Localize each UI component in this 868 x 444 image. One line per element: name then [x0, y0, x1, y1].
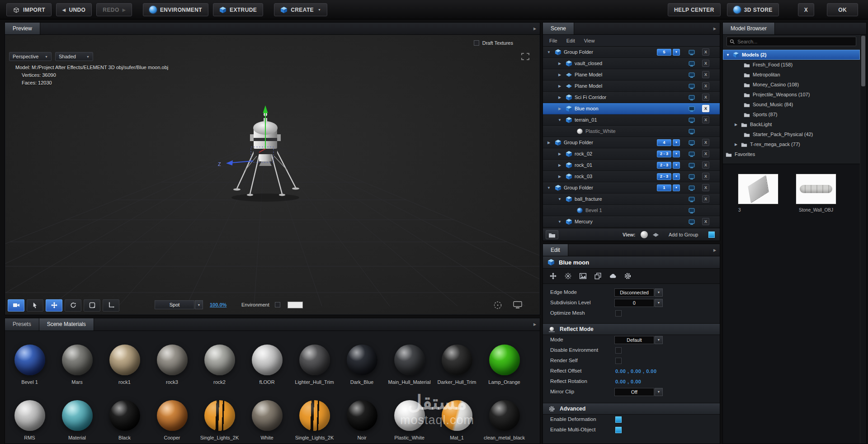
- expand-arrow-icon[interactable]: ▶: [557, 152, 562, 156]
- edge-mode-dropdown[interactable]: Disconnected: [614, 288, 654, 297]
- count-badge[interactable]: 4: [657, 139, 671, 146]
- tab-presets[interactable]: Presets: [5, 318, 39, 331]
- shading-mode-dropdown[interactable]: Shaded ▼: [55, 52, 93, 61]
- model-thumbnail[interactable]: [796, 174, 836, 204]
- browser-row[interactable]: Metropolitan: [723, 70, 860, 80]
- material-tile[interactable]: Bevel 1: [6, 345, 53, 385]
- view-sphere-icon[interactable]: [641, 231, 648, 238]
- environment-checkbox[interactable]: [275, 302, 280, 307]
- material-sphere[interactable]: [109, 400, 140, 431]
- material-sphere[interactable]: [62, 345, 93, 375]
- material-sphere[interactable]: [109, 345, 140, 375]
- material-sphere[interactable]: [62, 400, 93, 431]
- browser-row[interactable]: Fresh_Food (158): [723, 60, 860, 70]
- close-row-button[interactable]: X: [702, 71, 709, 78]
- preview-expand-arrow-icon[interactable]: ▶: [530, 23, 540, 34]
- orbit-widget-icon[interactable]: [493, 301, 502, 310]
- material-tile[interactable]: rock3: [148, 345, 196, 385]
- camera-tool-button[interactable]: [8, 299, 24, 312]
- scene-expand-arrow-icon[interactable]: ▶: [710, 23, 720, 34]
- material-tile[interactable]: clean_metal_black: [481, 400, 528, 440]
- material-sphere[interactable]: [489, 345, 520, 375]
- transform-tool-icon[interactable]: [547, 271, 558, 282]
- collapse-arrow-icon[interactable]: ▼: [547, 50, 551, 54]
- scene-row[interactable]: ▶Plane ModelX: [543, 69, 720, 80]
- collapse-arrow-icon[interactable]: ▼: [557, 197, 562, 201]
- mode-dropdown[interactable]: Default: [614, 336, 654, 344]
- material-tile[interactable]: rock2: [196, 345, 243, 385]
- menu-file[interactable]: File: [549, 38, 557, 43]
- close-row-button[interactable]: X: [702, 48, 709, 56]
- collapse-arrow-icon[interactable]: ▼: [547, 186, 551, 190]
- scene-row[interactable]: ▼terrain_01X: [543, 114, 720, 126]
- material-sphere[interactable]: [252, 345, 283, 375]
- scale-tool-button[interactable]: [84, 299, 100, 312]
- monitor-icon[interactable]: [689, 128, 695, 137]
- light-dropdown-arrow-icon[interactable]: ▼: [195, 300, 203, 309]
- draft-textures-toggle[interactable]: Draft Textures: [474, 40, 513, 46]
- scene-row[interactable]: ▶Sci Fi CorridorX: [543, 92, 720, 103]
- badge-dropdown-icon[interactable]: ▼: [673, 151, 680, 157]
- material-tile[interactable]: Darker_Hull_Trim: [433, 345, 481, 385]
- material-tile[interactable]: Dark_Blue: [338, 345, 386, 385]
- expand-arrow-icon[interactable]: ▶: [557, 61, 562, 66]
- materials-expand-arrow-icon[interactable]: ▶: [530, 318, 540, 331]
- browser-row[interactable]: ▶BackLight: [723, 119, 860, 129]
- light-select-dropdown[interactable]: Spot: [155, 300, 194, 309]
- enable-deformation-checkbox[interactable]: [615, 416, 622, 423]
- camera-view-dropdown[interactable]: Perspective ▼: [9, 52, 52, 61]
- collapse-arrow-icon[interactable]: ▼: [557, 220, 562, 224]
- mirror-clip-dropdown[interactable]: Off: [614, 388, 654, 396]
- scene-row[interactable]: ▶Plane ModelX: [543, 80, 720, 92]
- badge-dropdown-icon[interactable]: ▼: [673, 162, 680, 169]
- tab-scene[interactable]: Scene: [543, 23, 574, 34]
- material-tile[interactable]: RMS: [6, 400, 53, 440]
- material-sphere[interactable]: [299, 345, 330, 375]
- count-badge[interactable]: 2 - 3: [657, 162, 671, 169]
- monitor-icon[interactable]: [689, 196, 695, 204]
- subdivision-dropdown-arrow-icon[interactable]: ▼: [655, 299, 663, 307]
- monitor-icon[interactable]: [689, 83, 695, 91]
- close-row-button[interactable]: X: [702, 139, 709, 146]
- expand-arrow-icon[interactable]: ▶: [734, 142, 738, 146]
- monitor-icon[interactable]: [689, 208, 695, 216]
- select-tool-button[interactable]: [27, 299, 43, 312]
- close-row-button[interactable]: X: [702, 60, 709, 67]
- monitor-icon[interactable]: [689, 162, 695, 170]
- monitor-icon[interactable]: [689, 72, 695, 80]
- monitor-icon[interactable]: [689, 151, 695, 159]
- scene-row[interactable]: ▼Group Folder5▼X: [543, 47, 720, 58]
- close-row-button[interactable]: X: [702, 150, 709, 157]
- material-sphere[interactable]: [442, 345, 472, 375]
- collapse-arrow-icon[interactable]: ▼: [726, 53, 730, 57]
- browser-row[interactable]: ▶T-rex_mega_pack (77): [723, 139, 860, 149]
- browser-row[interactable]: Favorites: [723, 149, 860, 159]
- monitor-icon[interactable]: [689, 219, 695, 227]
- reflect-offset-values[interactable]: 0.00 , 0.00 , 0.00: [615, 368, 657, 374]
- tab-edit[interactable]: Edit: [543, 244, 568, 256]
- expand-arrow-icon[interactable]: ▶: [734, 123, 738, 127]
- close-row-button[interactable]: X: [702, 218, 709, 225]
- monitor-icon[interactable]: [689, 49, 695, 57]
- monitor-icon[interactable]: [689, 117, 695, 125]
- material-sphere[interactable]: [394, 345, 425, 375]
- scene-row[interactable]: ▼ball_fractureX: [543, 194, 720, 205]
- scene-row[interactable]: ▶rock_022 - 3▼X: [543, 148, 720, 160]
- browser-row[interactable]: Starter_Pack_Physical (42): [723, 129, 860, 139]
- scene-row[interactable]: Bevel 1: [543, 205, 720, 216]
- material-sphere[interactable]: [252, 400, 283, 431]
- material-sphere[interactable]: [347, 345, 377, 375]
- material-tile[interactable]: Mat_1: [433, 400, 481, 440]
- monitor-icon[interactable]: [689, 185, 695, 193]
- browser-row[interactable]: Sound_Music (84): [723, 99, 860, 109]
- material-tile[interactable]: Plastic_White: [386, 400, 433, 440]
- tab-model-browser[interactable]: Model Browser: [723, 23, 775, 34]
- monitor-icon[interactable]: [689, 174, 695, 182]
- scrollbar[interactable]: [860, 35, 866, 444]
- count-badge[interactable]: 1: [657, 184, 671, 191]
- store-button[interactable]: 3D STORE: [727, 3, 779, 16]
- material-tile[interactable]: Main_Hull_Material: [386, 345, 433, 385]
- material-sphere[interactable]: [14, 345, 45, 375]
- material-tile[interactable]: Black: [101, 400, 148, 440]
- expand-arrow-icon[interactable]: ▶: [547, 141, 551, 145]
